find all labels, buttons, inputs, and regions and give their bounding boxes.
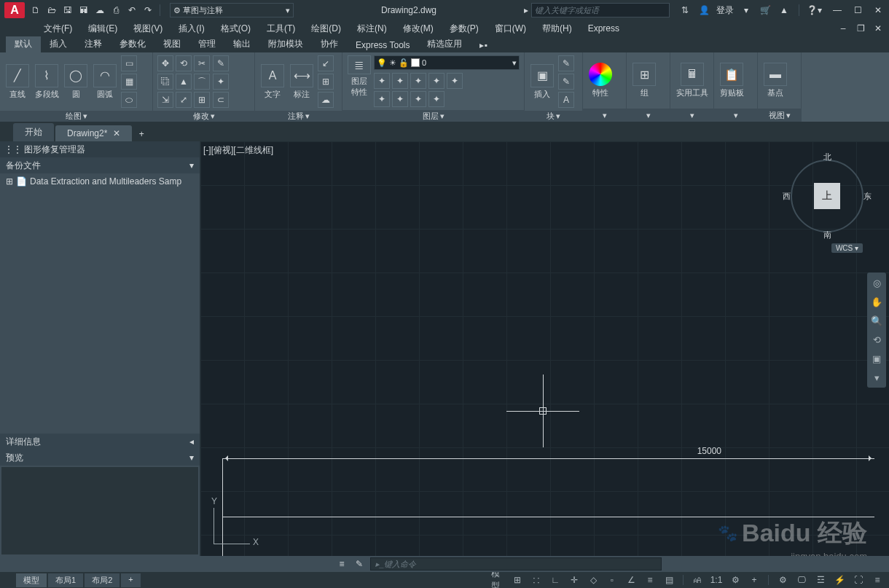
edit-block-icon[interactable]: ✎ (558, 74, 574, 90)
menu-parametric[interactable]: 参数(P) (442, 21, 486, 36)
layer-tool-icon[interactable]: ✦ (410, 91, 426, 107)
wheel-icon[interactable]: ◎ (869, 275, 884, 290)
lineweight-icon[interactable]: ≡ (643, 573, 657, 587)
layer-tool-icon[interactable]: ✦ (447, 73, 463, 89)
doc-tab-start[interactable]: 开始 (13, 123, 54, 141)
ortho-icon[interactable]: ∟ (548, 573, 563, 587)
viewcube-east[interactable]: 东 (863, 191, 872, 202)
explode-icon[interactable]: ✦ (213, 74, 229, 90)
ellipse-icon[interactable]: ⬭ (121, 92, 137, 108)
menu-window[interactable]: 窗口(W) (487, 21, 533, 36)
menu-express[interactable]: Express (581, 22, 627, 35)
isodraft-icon[interactable]: ◇ (586, 573, 600, 587)
maximize-icon[interactable]: ☐ (851, 4, 864, 17)
tab-addins[interactable]: 附加模块 (259, 36, 312, 52)
panel-draw-title[interactable]: 绘图 ▾ (0, 111, 152, 122)
wcs-badge[interactable]: WCS ▾ (831, 243, 863, 253)
move-icon[interactable]: ✥ (157, 55, 173, 71)
scale-label[interactable]: 1:1 (709, 573, 724, 587)
rotate-icon[interactable]: ⟲ (176, 55, 192, 71)
mdi-minimize-icon[interactable]: – (837, 22, 850, 35)
viewcube-south[interactable]: 南 (823, 230, 831, 240)
array-icon[interactable]: ⊞ (194, 92, 210, 108)
save-icon[interactable]: 🖫 (61, 4, 74, 17)
layer-properties-button[interactable]: ≣图层 特性 (347, 55, 371, 98)
menu-format[interactable]: 格式(O) (214, 21, 258, 36)
layer-tool-icon[interactable]: ✦ (428, 73, 444, 89)
panel-view-title[interactable]: 视图 ▾ (758, 109, 801, 122)
tab-insert[interactable]: 插入 (41, 36, 76, 52)
circle-button[interactable]: ◯圆 (63, 60, 89, 103)
workspace-icon[interactable]: ⚙ (775, 573, 790, 587)
viewport-label[interactable]: [-][俯视][二维线框] (203, 144, 273, 157)
tab-manage[interactable]: 管理 (189, 36, 224, 52)
mirror-icon[interactable]: ▲ (176, 74, 192, 90)
tab-express[interactable]: Express Tools (347, 38, 418, 52)
close-tab-icon[interactable]: ✕ (113, 128, 120, 138)
tab-collaborate[interactable]: 协作 (312, 36, 347, 52)
tab-parametric[interactable]: 参数化 (111, 36, 154, 52)
panel-annotate-title[interactable]: 注释 ▾ (255, 111, 342, 122)
layer-tool-icon[interactable]: ✦ (410, 73, 426, 89)
plot-icon[interactable]: ⎙ (109, 4, 122, 17)
viewcube[interactable]: 上 北 南 东 西 (787, 156, 867, 236)
pan-icon[interactable]: ✋ (869, 294, 884, 309)
leader-icon[interactable]: ↙ (318, 55, 334, 71)
gear-icon[interactable]: ⚙ (728, 573, 743, 587)
osnap-icon[interactable]: ▫ (605, 573, 619, 587)
tab-output[interactable]: 输出 (224, 36, 259, 52)
utilities-button[interactable]: 🖩实用工具 (675, 60, 709, 102)
fillet-icon[interactable]: ⌒ (194, 74, 210, 90)
otrack-icon[interactable]: ∠ (624, 573, 638, 587)
nav-more-icon[interactable]: ▾ (869, 370, 884, 385)
cmd-history-icon[interactable]: ≡ (335, 557, 348, 571)
plus-icon[interactable]: + (747, 573, 761, 587)
offset-icon[interactable]: ⊂ (213, 92, 229, 108)
panel-props-title[interactable]: ▾ (583, 109, 626, 122)
help-icon[interactable]: ❔▾ (807, 4, 821, 17)
tab-model[interactable]: 模型 (16, 573, 47, 587)
menu-view[interactable]: 视图(V) (126, 21, 170, 36)
menu-help[interactable]: 帮助(H) (535, 21, 579, 36)
open-icon[interactable]: 🗁 (45, 4, 58, 17)
redo-icon[interactable]: ↷ (141, 4, 154, 17)
polyline-button[interactable]: ⌇多段线 (34, 60, 60, 103)
snap-icon[interactable]: ⸬ (529, 573, 544, 587)
base-button[interactable]: ▬基点 (762, 60, 788, 102)
layer-tool-icon[interactable]: ✦ (392, 73, 408, 89)
scale-icon[interactable]: ⤢ (176, 92, 192, 108)
showmotion-icon[interactable]: ▣ (869, 351, 884, 366)
layer-dropdown[interactable]: 💡 ☀ 🔓 0 ▾ (374, 55, 520, 70)
close-icon[interactable]: ✕ (872, 4, 885, 17)
line-button[interactable]: ╱直线 (4, 60, 31, 103)
model-label[interactable]: 模型 (491, 573, 506, 587)
workspace-dropdown[interactable]: ⚙ 草图与注释 ▾ (170, 3, 294, 17)
tab-extra-icon[interactable]: ▸▪ (471, 38, 496, 52)
panel-clip-title[interactable]: ▾ (714, 109, 757, 122)
sidebar-file-item[interactable]: ⊞📄Data Extraction and Multileaders Samp (0, 173, 200, 189)
panel-layers-title[interactable]: 图层 ▾ (342, 110, 524, 122)
tab-annotate[interactable]: 注释 (76, 36, 111, 52)
hardware-icon[interactable]: ⚡ (832, 573, 847, 587)
menu-insert[interactable]: 插入(I) (171, 21, 211, 36)
doc-tab-drawing[interactable]: Drawing2*✕ (55, 125, 132, 141)
user-icon[interactable]: 👤 (697, 4, 710, 17)
group-button[interactable]: ⊞组 (631, 60, 657, 102)
chevron-down-icon[interactable]: ▾ (740, 4, 753, 17)
minimize-icon[interactable]: — (831, 4, 844, 17)
viewcube-north[interactable]: 北 (823, 152, 831, 162)
clipboard-button[interactable]: 📋剪贴板 (718, 60, 745, 102)
erase-icon[interactable]: ✎ (213, 55, 229, 71)
panel-block-title[interactable]: 块 ▾ (525, 111, 582, 122)
viewcube-top-face[interactable]: 上 (814, 183, 840, 209)
tab-featured[interactable]: 精选应用 (418, 36, 471, 52)
drawing-canvas[interactable]: [-][俯视][二维线框] 15000 Y X 上 北 南 东 西 WCS ▾ … (200, 141, 889, 556)
arc-button[interactable]: ◠圆弧 (92, 60, 118, 103)
tab-view[interactable]: 视图 (154, 36, 189, 52)
menu-draw[interactable]: 绘图(D) (304, 21, 348, 36)
menu-tools[interactable]: 工具(T) (259, 21, 302, 36)
search-input[interactable]: 键入关键字或短语 (531, 3, 670, 17)
rect-icon[interactable]: ▭ (121, 55, 137, 71)
menu-file[interactable]: 文件(F) (36, 21, 79, 36)
mdi-restore-icon[interactable]: ❐ (854, 22, 867, 35)
